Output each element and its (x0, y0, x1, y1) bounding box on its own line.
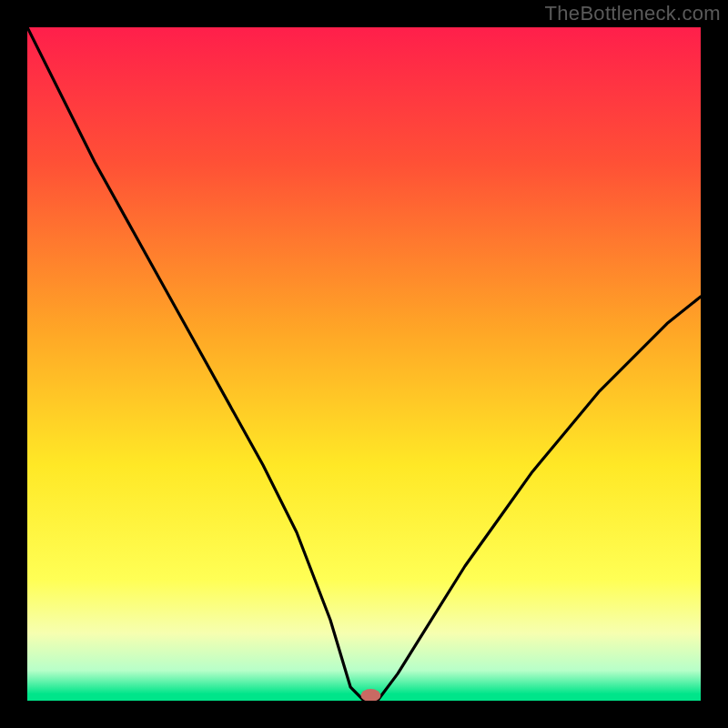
gradient-background (27, 27, 701, 701)
plot-area (27, 27, 701, 701)
watermark-text: TheBottleneck.com (545, 2, 721, 25)
bottleneck-curve-chart (27, 27, 701, 701)
chart-frame: TheBottleneck.com (0, 0, 728, 728)
